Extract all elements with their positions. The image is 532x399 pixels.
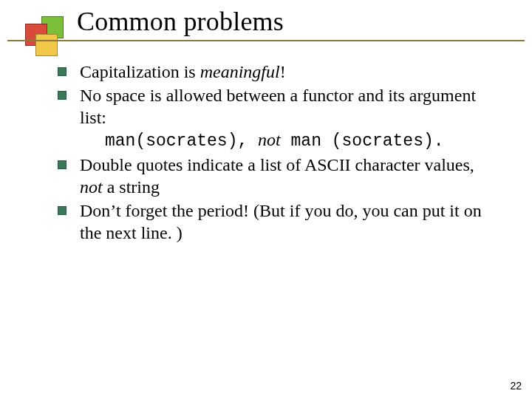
bullet-list: Capitalization is meaningful! No space i… <box>58 61 501 245</box>
list-item-text: Capitalization is meaningful! <box>80 61 501 83</box>
bullet-icon <box>58 160 66 169</box>
code-bad: man (socrates). <box>281 132 444 151</box>
list-item: Capitalization is meaningful! <box>58 61 501 83</box>
list-item-text: Don’t forget the period! (But if you do,… <box>80 200 501 244</box>
text-pre: Double quotes indicate a list of ASCII c… <box>80 155 474 174</box>
title-underline <box>7 40 525 41</box>
slide: Common problems Capitalization is meanin… <box>0 0 532 399</box>
slide-logo-icon <box>25 16 65 56</box>
text-emphasis: not <box>80 177 103 197</box>
logo-square-yellow <box>35 34 58 56</box>
code-good: man(socrates) <box>105 132 237 151</box>
list-item-text: Double quotes indicate a list of ASCII c… <box>80 154 501 198</box>
list-item-text: No space is allowed between a functor an… <box>80 84 501 152</box>
text-post: a string <box>103 177 160 197</box>
text-plain: Capitalization is <box>80 62 200 81</box>
bullet-icon <box>58 206 66 215</box>
page-number: 22 <box>510 380 522 392</box>
text-body: Don’t forget the period! (But if you do,… <box>80 201 482 242</box>
text-line1: No space is allowed between a functor an… <box>80 86 476 127</box>
list-item: No space is allowed between a functor an… <box>58 84 501 152</box>
not-label: not <box>258 130 281 149</box>
text-tail: ! <box>280 62 286 81</box>
bullet-icon <box>58 67 66 76</box>
text-emphasis: meaningful <box>200 62 280 81</box>
list-item: Don’t forget the period! (But if you do,… <box>58 200 501 244</box>
bullet-icon <box>58 91 66 100</box>
slide-title: Common problems <box>77 6 284 37</box>
list-item: Double quotes indicate a list of ASCII c… <box>58 154 501 198</box>
code-sep: , <box>237 132 258 151</box>
